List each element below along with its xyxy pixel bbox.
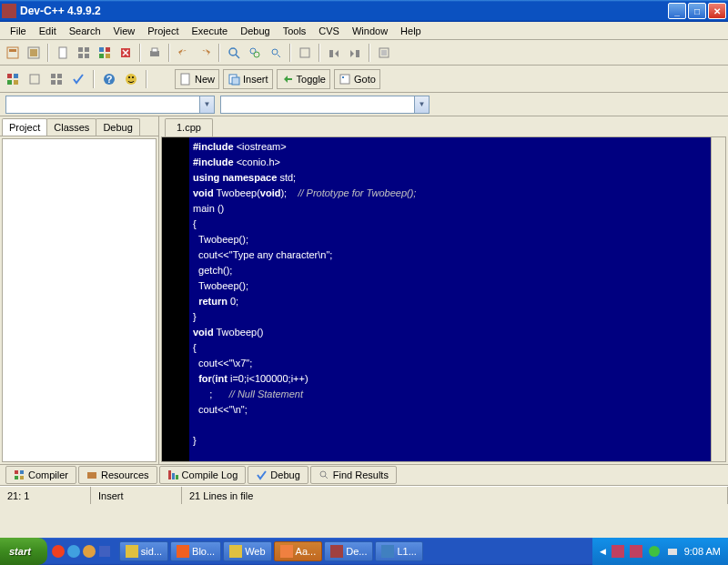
editor-gutter xyxy=(162,137,189,461)
svg-rect-50 xyxy=(176,475,178,479)
tool-icon[interactable] xyxy=(116,44,135,62)
tab-project[interactable]: Project xyxy=(2,118,47,136)
menu-file[interactable]: File xyxy=(4,24,33,38)
print-icon[interactable] xyxy=(146,44,164,62)
left-tabs: Project Classes Debug xyxy=(0,116,158,136)
svg-rect-3 xyxy=(59,47,66,58)
svg-rect-29 xyxy=(51,74,56,78)
project-tree[interactable] xyxy=(2,138,157,462)
svg-rect-48 xyxy=(168,470,171,479)
svg-point-17 xyxy=(254,52,259,57)
grid-icon[interactable] xyxy=(4,70,22,88)
tool-icon[interactable] xyxy=(75,44,93,62)
function-combo[interactable]: ▼ xyxy=(220,96,430,114)
task-button[interactable]: De... xyxy=(324,541,373,561)
goto-button[interactable]: Goto xyxy=(334,69,380,89)
tool-icon[interactable] xyxy=(25,44,43,62)
maximize-button[interactable]: □ xyxy=(688,3,706,19)
vertical-scrollbar[interactable] xyxy=(711,137,725,461)
ql-icon[interactable] xyxy=(51,544,66,559)
status-bar: 21: 1 Insert 21 Lines in file xyxy=(0,486,728,504)
tray-chevron-icon[interactable]: ◀ xyxy=(600,547,606,556)
menu-window[interactable]: Window xyxy=(346,24,394,38)
tab-compile-log[interactable]: Compile Log xyxy=(159,466,247,484)
class-combo[interactable]: ▼ xyxy=(5,96,215,114)
svg-rect-28 xyxy=(30,75,39,84)
tray-icon[interactable] xyxy=(630,545,642,558)
menu-view[interactable]: View xyxy=(107,24,142,38)
svg-rect-19 xyxy=(300,48,309,57)
menu-help[interactable]: Help xyxy=(394,24,428,38)
tool-icon[interactable] xyxy=(54,44,72,62)
task-button[interactable]: Blo... xyxy=(170,541,221,561)
svg-point-53 xyxy=(67,545,80,558)
undo-icon[interactable] xyxy=(175,44,193,62)
tool-icon[interactable] xyxy=(346,44,364,62)
code-editor[interactable]: #include <iostream> #include <conio.h> u… xyxy=(189,137,711,461)
grid-icon[interactable] xyxy=(47,70,66,88)
tab-label: Resources xyxy=(101,469,149,480)
chevron-down-icon: ▼ xyxy=(414,96,429,113)
tool-icon[interactable] xyxy=(4,44,22,62)
svg-rect-49 xyxy=(172,473,175,479)
menu-cvs[interactable]: CVS xyxy=(312,24,346,38)
tray-icon[interactable] xyxy=(648,545,661,558)
tab-resources[interactable]: Resources xyxy=(78,466,157,484)
svg-rect-20 xyxy=(329,50,333,57)
file-tabs: 1.cpp xyxy=(159,116,728,136)
svg-rect-25 xyxy=(14,74,18,78)
tool-icon[interactable] xyxy=(375,44,393,62)
tray-icon[interactable] xyxy=(666,545,679,558)
start-button[interactable]: start xyxy=(0,538,47,565)
tool-icon[interactable] xyxy=(96,44,114,62)
help-icon[interactable]: ? xyxy=(100,70,118,88)
find-icon[interactable] xyxy=(225,44,243,62)
redo-icon[interactable] xyxy=(196,44,214,62)
menu-search[interactable]: Search xyxy=(63,24,107,38)
tab-classes[interactable]: Classes xyxy=(46,118,96,136)
svg-rect-38 xyxy=(181,74,189,85)
file-tab-1cpp[interactable]: 1.cpp xyxy=(165,118,213,136)
svg-point-37 xyxy=(132,76,134,78)
menu-tools[interactable]: Tools xyxy=(277,24,313,38)
tab-find-results[interactable]: Find Results xyxy=(310,466,397,484)
tool-icon[interactable] xyxy=(325,44,343,62)
ql-icon[interactable] xyxy=(66,544,81,559)
title-bar: Dev-C++ 4.9.9.2 _ □ ✕ xyxy=(0,0,728,22)
task-button[interactable]: L1... xyxy=(375,541,422,561)
task-button[interactable]: Web xyxy=(223,541,271,561)
window-controls: _ □ ✕ xyxy=(668,3,726,19)
menu-execute[interactable]: Execute xyxy=(185,24,234,38)
new-button[interactable]: New xyxy=(175,69,219,89)
toggle-button[interactable]: Toggle xyxy=(277,69,330,89)
tool-icon[interactable] xyxy=(296,44,314,62)
task-button[interactable]: sid... xyxy=(119,541,168,561)
svg-rect-0 xyxy=(7,47,18,58)
app-icon xyxy=(2,4,16,18)
tab-debug[interactable]: Debug xyxy=(96,118,139,136)
ql-icon[interactable] xyxy=(97,544,112,559)
tray-clock[interactable]: 9:08 AM xyxy=(684,546,721,557)
svg-rect-11 xyxy=(106,54,110,58)
insert-button[interactable]: Insert xyxy=(223,69,273,89)
tool-icon[interactable] xyxy=(25,70,44,88)
tray-icon[interactable] xyxy=(612,545,624,558)
check-icon[interactable] xyxy=(69,70,87,88)
svg-rect-30 xyxy=(57,74,62,78)
quick-launch xyxy=(47,544,116,559)
svg-rect-27 xyxy=(14,80,18,85)
svg-point-36 xyxy=(128,76,130,78)
menu-edit[interactable]: Edit xyxy=(33,24,63,38)
close-button[interactable]: ✕ xyxy=(708,3,726,19)
task-button[interactable]: Aa... xyxy=(274,541,323,561)
find-next-icon[interactable] xyxy=(267,44,285,62)
svg-text:?: ? xyxy=(106,74,113,85)
menu-debug[interactable]: Debug xyxy=(234,24,276,38)
tab-compiler[interactable]: Compiler xyxy=(5,466,76,484)
minimize-button[interactable]: _ xyxy=(668,3,686,19)
replace-icon[interactable] xyxy=(246,44,264,62)
menu-project[interactable]: Project xyxy=(141,24,185,38)
tab-debug[interactable]: Debug xyxy=(248,466,308,484)
ql-icon[interactable] xyxy=(82,544,96,559)
about-icon[interactable] xyxy=(122,70,140,88)
